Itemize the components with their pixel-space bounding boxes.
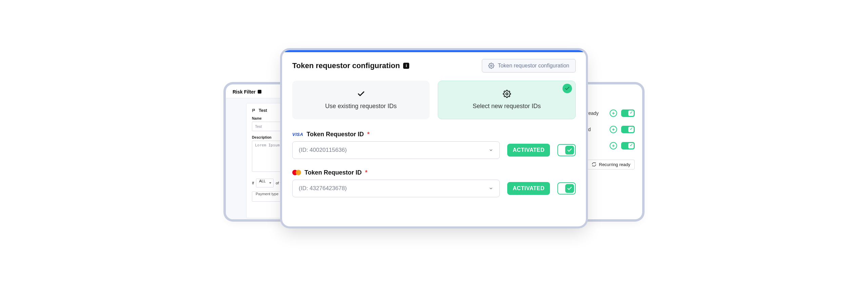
mc-field-label: Token Requestor ID * bbox=[292, 169, 576, 176]
svg-point-0 bbox=[491, 65, 492, 66]
add-button[interactable]: + bbox=[610, 126, 617, 133]
visa-id-select[interactable]: (ID: 40020115636) bbox=[292, 141, 500, 159]
config-button-label: Token requestor configuration bbox=[498, 63, 569, 69]
selected-icon bbox=[563, 84, 572, 93]
status-badge: ACTIVATED bbox=[507, 182, 550, 195]
option-label: Use existing requestor IDs bbox=[325, 103, 397, 110]
visa-toggle[interactable] bbox=[557, 144, 576, 156]
mc-id-select[interactable]: (ID: 43276423678) bbox=[292, 180, 500, 197]
required-icon: * bbox=[367, 131, 370, 138]
required-icon: * bbox=[365, 169, 368, 176]
cond-all-select[interactable]: ALL bbox=[256, 179, 274, 187]
info-icon[interactable]: i bbox=[403, 63, 409, 69]
option-label: Select new requestor IDs bbox=[473, 103, 541, 110]
chip-label: Recurring ready bbox=[599, 162, 631, 167]
check-icon bbox=[357, 90, 365, 98]
gear-icon bbox=[488, 63, 494, 69]
chevron-down-icon bbox=[489, 186, 493, 191]
option-new-ids[interactable]: Select new requestor IDs bbox=[438, 81, 576, 119]
info-icon bbox=[258, 90, 261, 94]
recurring-ready-chip[interactable]: Recurring ready bbox=[587, 160, 635, 169]
flag-icon bbox=[252, 108, 256, 113]
toggle-switch[interactable] bbox=[621, 126, 635, 133]
page-title: Token requestor configuration i bbox=[292, 61, 409, 70]
toggle-switch[interactable] bbox=[621, 109, 635, 117]
config-button[interactable]: Token requestor configuration bbox=[482, 59, 576, 73]
select-value: (ID: 43276423678) bbox=[299, 185, 347, 192]
gear-icon bbox=[503, 90, 511, 98]
add-button[interactable]: + bbox=[610, 109, 617, 117]
toggle-switch[interactable] bbox=[621, 142, 635, 149]
chevron-down-icon bbox=[489, 148, 493, 153]
risk-filter-title: Risk Filter bbox=[233, 89, 256, 95]
sync-icon bbox=[592, 162, 596, 167]
option-existing-ids[interactable]: Use existing requestor IDs bbox=[292, 81, 430, 119]
add-button[interactable]: + bbox=[610, 142, 617, 149]
mastercard-icon bbox=[292, 169, 301, 176]
visa-icon: VISA bbox=[292, 132, 303, 137]
status-badge: ACTIVATED bbox=[507, 144, 550, 157]
token-requestor-panel: Token requestor configuration i Token re… bbox=[282, 50, 586, 226]
select-value: (ID: 40020115636) bbox=[299, 147, 347, 154]
section-title: Test bbox=[259, 108, 267, 113]
visa-field-label: VISA Token Requestor ID * bbox=[292, 131, 576, 138]
cond-if: If bbox=[252, 181, 254, 185]
svg-point-1 bbox=[506, 93, 508, 95]
mc-toggle[interactable] bbox=[557, 182, 576, 195]
